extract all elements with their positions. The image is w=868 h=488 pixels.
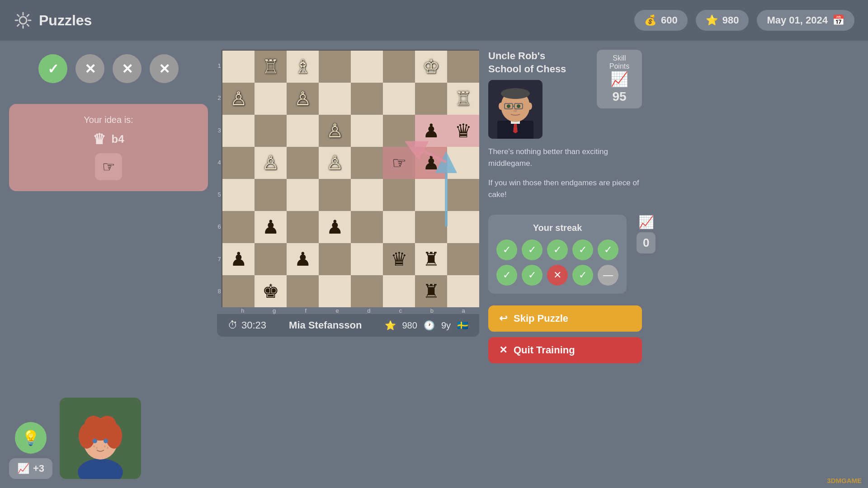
board-square[interactable] — [351, 243, 383, 275]
board-square[interactable]: ♜ — [415, 243, 447, 275]
board-square[interactable] — [222, 179, 255, 211]
svg-point-11 — [93, 446, 95, 447]
file-f: f — [290, 307, 322, 314]
board-square[interactable] — [351, 51, 383, 83]
board-square[interactable] — [383, 115, 415, 147]
board-square[interactable] — [447, 211, 479, 243]
board-square[interactable] — [319, 51, 351, 83]
board-square[interactable] — [319, 275, 351, 307]
chess-board[interactable]: ♖♗♔♙♙♖♙♟♛♙♙☞♟♟♟♟♟♛♜♚♜ — [222, 50, 479, 307]
board-square[interactable] — [222, 275, 255, 307]
board-square[interactable] — [255, 243, 287, 275]
board-square[interactable]: ♙ — [287, 83, 319, 115]
board-square[interactable] — [287, 179, 319, 211]
board-square[interactable]: ♛ — [383, 243, 415, 275]
timer: ⏱ 30:23 — [228, 319, 266, 331]
board-square[interactable] — [255, 115, 287, 147]
file-g: g — [259, 307, 290, 314]
coin-icon: 💰 — [644, 14, 656, 26]
board-square[interactable] — [351, 211, 383, 243]
skill-label: SkillPoints — [604, 54, 635, 70]
board-square[interactable] — [383, 211, 415, 243]
board-square[interactable] — [222, 51, 255, 83]
board-square[interactable] — [255, 83, 287, 115]
teacher-header: Uncle Rob'sSchool of Chess — [488, 50, 642, 139]
board-square[interactable] — [319, 83, 351, 115]
board-square[interactable] — [415, 83, 447, 115]
chess-piece: ♙ — [230, 89, 247, 108]
board-square[interactable] — [383, 51, 415, 83]
board-square[interactable] — [319, 243, 351, 275]
board-square[interactable] — [415, 179, 447, 211]
board-square[interactable]: ♙ — [319, 147, 351, 179]
queen-icon: ♛ — [93, 131, 106, 148]
board-square[interactable] — [351, 147, 383, 179]
chess-piece: ♟ — [294, 250, 311, 269]
hand-cursor-button[interactable]: ☞ — [95, 153, 122, 180]
board-square[interactable]: ♙ — [255, 147, 287, 179]
board-container: 1 2 3 4 5 6 7 8 ♖♗♔♙♙♖♙♟♛♙♙☞♟♟♟♟♟♛♜♚♜ — [217, 50, 479, 479]
board-square[interactable] — [351, 179, 383, 211]
chess-piece: ♟ — [326, 218, 344, 237]
board-square[interactable]: ♟ — [222, 243, 255, 275]
chess-piece: ♟ — [423, 154, 440, 173]
board-square[interactable]: ♟ — [255, 211, 287, 243]
board-square[interactable] — [447, 147, 479, 179]
board-square[interactable] — [222, 115, 255, 147]
skip-puzzle-button[interactable]: ↩ Skip Puzzle — [488, 305, 642, 332]
board-square[interactable] — [287, 275, 319, 307]
board-square[interactable] — [287, 211, 319, 243]
board-square[interactable]: ♛ — [447, 115, 479, 147]
rank-labels: 1 2 3 4 5 6 7 8 — [217, 50, 222, 307]
board-square[interactable]: ♙ — [222, 83, 255, 115]
teacher-box: Uncle Rob'sSchool of Chess — [488, 50, 642, 200]
stars-value: 980 — [722, 14, 739, 26]
board-square[interactable] — [351, 115, 383, 147]
svg-point-26 — [517, 104, 520, 108]
board-square[interactable]: ☞ — [383, 147, 415, 179]
rank-4: 4 — [217, 146, 222, 178]
board-square[interactable] — [287, 115, 319, 147]
board-square[interactable] — [222, 147, 255, 179]
streak-count-box: 0 — [637, 232, 656, 253]
bottom-bar: ⏱ 30:23 Mia Stefansson ⭐ 980 🕐 9y 🇸🇪 — [217, 314, 479, 337]
svg-point-25 — [507, 104, 510, 108]
gear-icon — [14, 11, 33, 30]
board-square[interactable] — [383, 179, 415, 211]
action-buttons: ↩ Skip Puzzle ✕ Quit Training — [488, 305, 642, 363]
board-square[interactable] — [351, 83, 383, 115]
board-square[interactable]: ♟ — [415, 147, 447, 179]
quit-training-button[interactable]: ✕ Quit Training — [488, 337, 642, 363]
level-value: +3 — [33, 463, 44, 474]
hint-button[interactable]: 💡 — [15, 422, 47, 454]
level-badge: 📈 +3 — [9, 458, 52, 479]
board-square[interactable] — [447, 243, 479, 275]
board-square[interactable]: ♙ — [319, 115, 351, 147]
player-years: 9y — [441, 320, 451, 331]
chess-piece: ♙ — [262, 154, 279, 173]
board-square[interactable] — [383, 83, 415, 115]
board-square[interactable] — [447, 179, 479, 211]
svg-point-13 — [104, 446, 106, 447]
board-square[interactable]: ♟ — [319, 211, 351, 243]
board-square[interactable]: ♜ — [415, 275, 447, 307]
board-square[interactable] — [383, 275, 415, 307]
board-square[interactable]: ♖ — [255, 51, 287, 83]
board-square[interactable]: ♟ — [415, 115, 447, 147]
board-square[interactable]: ♔ — [415, 51, 447, 83]
board-square[interactable] — [415, 211, 447, 243]
board-square[interactable] — [351, 275, 383, 307]
board-square[interactable]: ♟ — [287, 243, 319, 275]
skip-label: Skip Puzzle — [514, 313, 568, 324]
board-square[interactable] — [447, 51, 479, 83]
board-square[interactable]: ♖ — [447, 83, 479, 115]
board-square[interactable] — [319, 179, 351, 211]
board-square[interactable] — [222, 211, 255, 243]
board-square[interactable] — [287, 147, 319, 179]
board-square[interactable]: ♗ — [287, 51, 319, 83]
board-square[interactable]: ♚ — [255, 275, 287, 307]
coins-value: 600 — [661, 14, 678, 26]
board-square[interactable] — [255, 179, 287, 211]
board-square[interactable] — [447, 275, 479, 307]
streak-10: — — [598, 265, 618, 286]
